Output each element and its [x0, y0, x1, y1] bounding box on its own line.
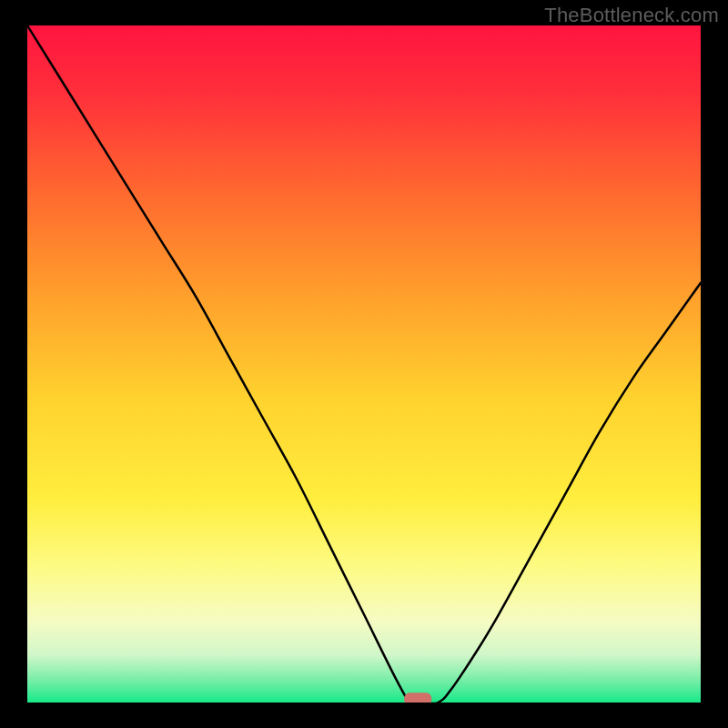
watermark-text: TheBottleneck.com: [544, 4, 719, 27]
minimum-marker: [404, 693, 431, 703]
gradient-background: [27, 25, 701, 703]
chart-frame: TheBottleneck.com: [0, 0, 728, 728]
plot-area: [27, 25, 701, 703]
bottleneck-chart: [27, 25, 701, 703]
